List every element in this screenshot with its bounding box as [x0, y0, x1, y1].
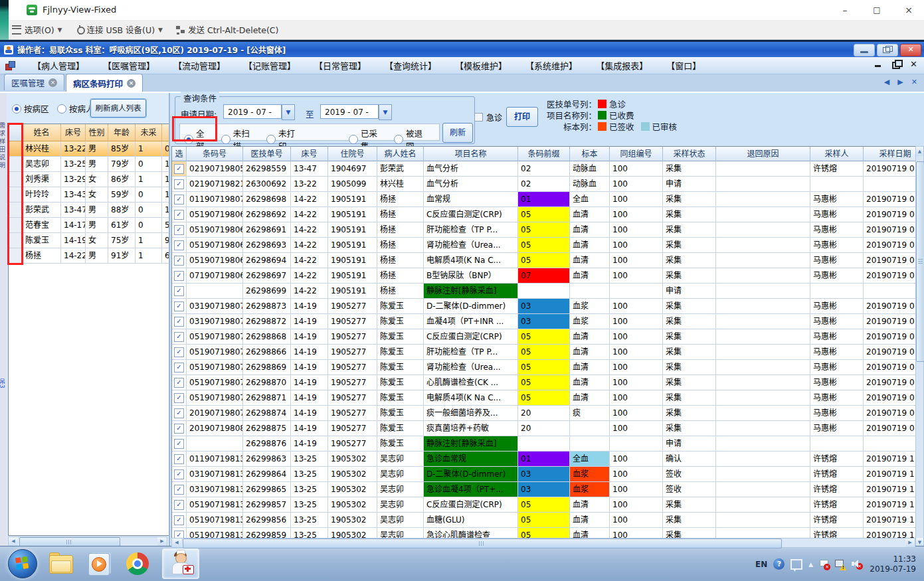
taskbar-explorer-icon[interactable]: [46, 550, 74, 578]
date-to-input[interactable]: 2019 - 07 - 19: [320, 104, 379, 119]
usb-menu[interactable]: 连接 USB 设备(U) ▼: [76, 23, 163, 36]
urgent-checkbox[interactable]: [474, 113, 483, 122]
refresh-query-button[interactable]: 刷新: [442, 123, 473, 143]
row-checkbox[interactable]: ✓: [174, 256, 184, 266]
network-status-icon[interactable]: [834, 559, 845, 569]
menu-item[interactable]: 【流动管理】: [173, 59, 225, 72]
barcode-table-hscrollbar[interactable]: ◀ ▶: [171, 538, 915, 548]
patient-row[interactable]: 范春宝14-17男61岁05: [9, 218, 169, 233]
barcode-row[interactable]: ✓0319071980782629887214-191905277陈爱玉血凝4项…: [172, 314, 915, 329]
column-header[interactable]: 病人姓名: [377, 147, 424, 161]
column-header[interactable]: 性别: [86, 124, 108, 141]
barcode-table-vscrollbar[interactable]: ▲ ▼: [915, 146, 924, 548]
mdi-close-button[interactable]: ✕: [910, 60, 917, 68]
barcode-row[interactable]: ✓0319071980782629887314-191905277陈爱玉D-二聚…: [172, 299, 915, 314]
row-checkbox[interactable]: ✓: [174, 454, 184, 464]
window-maximize-button[interactable]: □: [870, 5, 884, 15]
barcode-row[interactable]: ✓0319071981332629986513-251905302吴志卯急诊血凝…: [172, 482, 915, 497]
column-header[interactable]: 姓名: [23, 124, 61, 141]
radio-by-ward[interactable]: 按病区: [12, 102, 49, 115]
barcode-row[interactable]: ✓2019071980802629887514-191905277陈爱玉痰真菌培…: [172, 421, 915, 436]
options-menu[interactable]: 选项(O) ▼: [12, 23, 62, 36]
row-checkbox[interactable]: ✓: [174, 439, 184, 449]
barcode-row[interactable]: ✓0219071982112630069213-221905099林兴桂血气分析…: [172, 177, 915, 192]
row-checkbox[interactable]: ✓: [174, 195, 184, 205]
tab-list-close-icon[interactable]: ✕: [911, 78, 917, 86]
column-header[interactable]: 采样日期: [864, 147, 915, 161]
send-cad-button[interactable]: 发送 Ctrl-Alt-Delete(C): [176, 23, 278, 36]
row-checkbox[interactable]: ✓: [174, 378, 184, 388]
app-minimize-button[interactable]: [854, 44, 875, 56]
barcode-row[interactable]: ✓2629887614-191905277陈爱玉静脉注射[静脉采血]申请: [172, 436, 915, 452]
patient-row[interactable]: 陈爱玉14-19女75岁19: [9, 233, 169, 248]
barcode-row[interactable]: ✓0519071980682629869214-221905191杨拯C反应蛋白…: [172, 207, 915, 222]
row-checkbox[interactable]: ✓: [174, 424, 184, 434]
barcode-row[interactable]: ✓0519071981302629985713-251905302吴志卯C反应蛋…: [172, 497, 915, 513]
barcode-row[interactable]: ✓0519071980772629886914-191905277陈爱玉肾功能检…: [172, 360, 915, 375]
column-header[interactable]: 条码前缀: [518, 147, 570, 161]
help-tray-icon[interactable]: ?: [773, 558, 785, 570]
row-checkbox[interactable]: ✓: [174, 210, 184, 220]
radio-by-patient[interactable]: 按病人: [57, 102, 94, 115]
tab-scroll-right-icon[interactable]: ▶: [897, 78, 903, 86]
column-header[interactable]: 项目名称: [424, 147, 518, 161]
menu-item[interactable]: 【系统维护】: [525, 59, 577, 72]
date-to-dropdown-icon[interactable]: ▼: [379, 104, 392, 120]
menu-item[interactable]: 【医嘱管理】: [103, 59, 155, 72]
barcode-row[interactable]: ✓0519071980682629869414-221905191杨拯电解质4项…: [172, 253, 915, 268]
column-header[interactable]: 退回原因: [716, 147, 810, 161]
date-from-dropdown-icon[interactable]: ▼: [282, 104, 295, 120]
column-header[interactable]: 未采: [136, 124, 162, 141]
row-checkbox[interactable]: ✓: [174, 317, 184, 327]
barcode-row[interactable]: ✓0519071980772629887014-191905277陈爱玉心肌酶谱…: [172, 375, 915, 390]
tab-医嘱管理[interactable]: 医嘱管理×: [4, 74, 64, 90]
barcode-row[interactable]: ✓0519071981302629985613-251905302吴志卯血糖(G…: [172, 513, 915, 528]
taskbar-chrome-icon[interactable]: [124, 550, 151, 578]
scrollbar-thumb[interactable]: [183, 539, 782, 548]
language-indicator[interactable]: EN: [755, 560, 767, 569]
column-header[interactable]: 床号: [61, 124, 86, 141]
row-checkbox[interactable]: ✓: [174, 301, 184, 311]
patient-row[interactable]: 杨拯14-22男91岁16: [9, 248, 169, 264]
row-checkbox[interactable]: ✓: [174, 271, 184, 281]
row-checkbox[interactable]: ✓: [174, 225, 184, 235]
menu-item[interactable]: 【集成报表】: [596, 59, 648, 72]
tab-scroll-left-icon[interactable]: ◀: [884, 78, 889, 86]
patient-row[interactable]: 彭荣武13-47男88岁01: [9, 203, 169, 218]
barcode-row[interactable]: ✓0119071981322629986313-251905302吴志卯急诊血常…: [172, 452, 915, 467]
column-header[interactable]: 采样状态: [663, 147, 716, 161]
barcode-row[interactable]: ✓0519071980682629869114-221905191杨拯肝功能检查…: [172, 222, 915, 238]
scroll-right-icon[interactable]: ▶: [157, 537, 167, 546]
scroll-left-icon[interactable]: ◀: [9, 537, 18, 546]
patient-row[interactable]: 刘秀渠13-29女86岁11: [9, 172, 169, 187]
column-header[interactable]: 标本: [570, 147, 610, 161]
row-checkbox[interactable]: ✓: [174, 164, 184, 174]
menu-item[interactable]: 【记账管理】: [244, 59, 296, 72]
taskbar-nurse-app-button[interactable]: [162, 548, 199, 579]
barcode-row[interactable]: ✓0219071980562629855913-471904697彭荣武血气分析…: [172, 161, 915, 177]
row-checkbox[interactable]: ✓: [174, 286, 184, 296]
barcode-row[interactable]: ✓0119071980702629869814-221905191杨拯血常规01…: [172, 192, 915, 207]
refresh-patient-list-button[interactable]: 刷新病人列表: [90, 99, 146, 118]
row-checkbox[interactable]: ✓: [174, 332, 184, 342]
row-checkbox[interactable]: ✓: [174, 469, 184, 479]
print-button[interactable]: 打印: [506, 107, 538, 127]
taskbar-media-player-icon[interactable]: [85, 550, 113, 578]
menu-item[interactable]: 【查询统计】: [385, 59, 436, 72]
patient-table-hscrollbar[interactable]: ◀ ▶: [8, 537, 167, 546]
window-minimize-button[interactable]: –: [838, 5, 852, 15]
barcode-row[interactable]: ✓2629869914-221905191杨拯静脉注射[静脉采血]申请: [172, 284, 915, 299]
date-from-input[interactable]: 2019 - 07 - 19: [223, 104, 282, 119]
column-header[interactable]: 床号: [291, 147, 328, 161]
window-tray-icon[interactable]: [790, 559, 802, 570]
barcode-row[interactable]: ✓0519071980772629887114-191905277陈爱玉电解质4…: [172, 390, 915, 406]
barcode-row[interactable]: ✓0519071980682629869314-221905191杨拯肾功能检查…: [172, 238, 915, 253]
app-restore-button[interactable]: [877, 44, 898, 56]
column-header[interactable]: 住院号: [328, 147, 377, 161]
scroll-left-icon[interactable]: ◀: [172, 539, 181, 547]
row-checkbox[interactable]: ✓: [174, 485, 184, 495]
tab-close-icon[interactable]: ×: [127, 79, 136, 88]
column-header[interactable]: 采样人: [810, 147, 864, 161]
app-close-button[interactable]: [900, 44, 921, 56]
column-header[interactable]: 条码号: [187, 147, 243, 161]
